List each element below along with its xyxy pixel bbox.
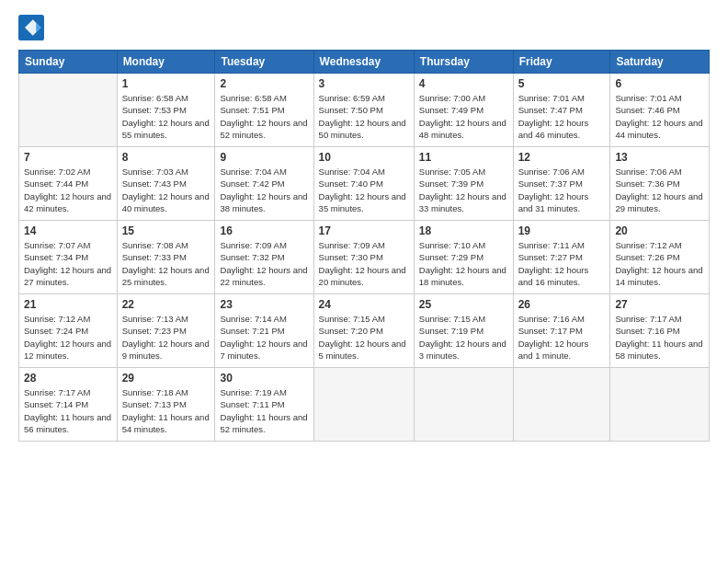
calendar-cell	[513, 368, 610, 442]
day-number: 27	[615, 298, 704, 311]
day-info: Sunrise: 6:59 AMSunset: 7:50 PMDaylight:…	[319, 92, 409, 141]
day-info: Sunrise: 6:58 AMSunset: 7:53 PMDaylight:…	[122, 92, 210, 141]
calendar-cell: 19Sunrise: 7:11 AMSunset: 7:27 PMDayligh…	[513, 221, 610, 294]
day-number: 23	[220, 298, 308, 311]
calendar-day-header: Sunday	[19, 51, 118, 74]
day-info: Sunrise: 7:16 AMSunset: 7:17 PMDaylight:…	[518, 313, 606, 362]
day-number: 28	[24, 372, 112, 385]
day-info: Sunrise: 7:04 AMSunset: 7:40 PMDaylight:…	[319, 166, 409, 214]
day-number: 26	[518, 298, 606, 311]
day-info: Sunrise: 7:09 AMSunset: 7:32 PMDaylight:…	[220, 239, 308, 288]
calendar-cell: 29Sunrise: 7:18 AMSunset: 7:13 PMDayligh…	[117, 368, 215, 442]
calendar-day-header: Wednesday	[313, 51, 414, 74]
day-number: 20	[615, 224, 704, 237]
calendar-cell: 1Sunrise: 6:58 AMSunset: 7:53 PMDaylight…	[117, 74, 215, 147]
calendar-week-row: 14Sunrise: 7:07 AMSunset: 7:34 PMDayligh…	[19, 221, 710, 294]
calendar-cell: 21Sunrise: 7:12 AMSunset: 7:24 PMDayligh…	[19, 294, 118, 368]
day-info: Sunrise: 7:14 AMSunset: 7:21 PMDaylight:…	[220, 313, 308, 362]
day-number: 11	[419, 151, 508, 164]
calendar-cell: 4Sunrise: 7:00 AMSunset: 7:49 PMDaylight…	[414, 74, 513, 147]
day-number: 10	[319, 151, 409, 164]
calendar-cell: 13Sunrise: 7:06 AMSunset: 7:36 PMDayligh…	[610, 147, 710, 221]
day-number: 30	[220, 372, 308, 385]
day-number: 21	[24, 298, 112, 311]
day-info: Sunrise: 7:02 AMSunset: 7:44 PMDaylight:…	[24, 166, 112, 214]
page: SundayMondayTuesdayWednesdayThursdayFrid…	[0, 0, 728, 563]
day-info: Sunrise: 7:00 AMSunset: 7:49 PMDaylight:…	[419, 92, 508, 141]
calendar-cell: 30Sunrise: 7:19 AMSunset: 7:11 PMDayligh…	[215, 368, 313, 442]
day-number: 4	[419, 77, 508, 90]
calendar-table: SundayMondayTuesdayWednesdayThursdayFrid…	[18, 50, 710, 442]
day-info: Sunrise: 7:01 AMSunset: 7:46 PMDaylight:…	[615, 92, 704, 141]
day-info: Sunrise: 7:04 AMSunset: 7:42 PMDaylight:…	[220, 166, 308, 214]
day-info: Sunrise: 7:15 AMSunset: 7:20 PMDaylight:…	[319, 313, 409, 362]
day-number: 9	[220, 151, 308, 164]
calendar-cell: 17Sunrise: 7:09 AMSunset: 7:30 PMDayligh…	[313, 221, 414, 294]
day-number: 12	[518, 151, 606, 164]
day-number: 2	[220, 77, 308, 90]
calendar-week-row: 21Sunrise: 7:12 AMSunset: 7:24 PMDayligh…	[19, 294, 710, 368]
day-info: Sunrise: 7:18 AMSunset: 7:13 PMDaylight:…	[122, 386, 210, 435]
calendar-day-header: Monday	[117, 51, 215, 74]
day-number: 5	[518, 77, 606, 90]
day-number: 29	[122, 372, 210, 385]
calendar-cell: 3Sunrise: 6:59 AMSunset: 7:50 PMDaylight…	[313, 74, 414, 147]
calendar-cell: 14Sunrise: 7:07 AMSunset: 7:34 PMDayligh…	[19, 221, 118, 294]
calendar-cell: 25Sunrise: 7:15 AMSunset: 7:19 PMDayligh…	[414, 294, 513, 368]
day-info: Sunrise: 7:01 AMSunset: 7:47 PMDaylight:…	[518, 92, 606, 141]
calendar-cell: 8Sunrise: 7:03 AMSunset: 7:43 PMDaylight…	[117, 147, 215, 221]
calendar-day-header: Tuesday	[215, 51, 313, 74]
day-number: 8	[122, 151, 210, 164]
day-info: Sunrise: 7:10 AMSunset: 7:29 PMDaylight:…	[419, 239, 508, 288]
day-number: 24	[319, 298, 409, 311]
day-number: 1	[122, 77, 210, 90]
calendar-cell	[610, 368, 710, 442]
calendar-cell: 22Sunrise: 7:13 AMSunset: 7:23 PMDayligh…	[117, 294, 215, 368]
day-number: 3	[319, 77, 409, 90]
calendar-cell	[414, 368, 513, 442]
calendar-cell: 23Sunrise: 7:14 AMSunset: 7:21 PMDayligh…	[215, 294, 313, 368]
logo-icon	[18, 15, 44, 40]
day-number: 6	[615, 77, 704, 90]
day-info: Sunrise: 7:15 AMSunset: 7:19 PMDaylight:…	[419, 313, 508, 362]
calendar-cell	[19, 74, 118, 147]
calendar-cell: 26Sunrise: 7:16 AMSunset: 7:17 PMDayligh…	[513, 294, 610, 368]
day-info: Sunrise: 7:17 AMSunset: 7:16 PMDaylight:…	[615, 313, 704, 362]
day-number: 13	[615, 151, 704, 164]
day-number: 25	[419, 298, 508, 311]
day-number: 16	[220, 224, 308, 237]
day-info: Sunrise: 7:05 AMSunset: 7:39 PMDaylight:…	[419, 166, 508, 214]
calendar-day-header: Saturday	[610, 51, 710, 74]
day-info: Sunrise: 7:12 AMSunset: 7:26 PMDaylight:…	[615, 239, 704, 288]
calendar-cell: 7Sunrise: 7:02 AMSunset: 7:44 PMDaylight…	[19, 147, 118, 221]
day-info: Sunrise: 7:19 AMSunset: 7:11 PMDaylight:…	[220, 386, 308, 435]
calendar-cell: 5Sunrise: 7:01 AMSunset: 7:47 PMDaylight…	[513, 74, 610, 147]
day-number: 14	[24, 224, 112, 237]
day-number: 7	[24, 151, 112, 164]
logo	[18, 15, 48, 40]
day-info: Sunrise: 7:12 AMSunset: 7:24 PMDaylight:…	[24, 313, 112, 362]
calendar-cell: 18Sunrise: 7:10 AMSunset: 7:29 PMDayligh…	[414, 221, 513, 294]
day-info: Sunrise: 7:06 AMSunset: 7:37 PMDaylight:…	[518, 166, 606, 214]
day-number: 19	[518, 224, 606, 237]
calendar-cell: 27Sunrise: 7:17 AMSunset: 7:16 PMDayligh…	[610, 294, 710, 368]
calendar-cell: 20Sunrise: 7:12 AMSunset: 7:26 PMDayligh…	[610, 221, 710, 294]
day-number: 22	[122, 298, 210, 311]
calendar-cell: 12Sunrise: 7:06 AMSunset: 7:37 PMDayligh…	[513, 147, 610, 221]
day-info: Sunrise: 7:11 AMSunset: 7:27 PMDaylight:…	[518, 239, 606, 288]
calendar-cell: 24Sunrise: 7:15 AMSunset: 7:20 PMDayligh…	[313, 294, 414, 368]
calendar-cell: 10Sunrise: 7:04 AMSunset: 7:40 PMDayligh…	[313, 147, 414, 221]
calendar-header-row: SundayMondayTuesdayWednesdayThursdayFrid…	[19, 51, 710, 74]
header	[18, 15, 710, 40]
day-info: Sunrise: 7:09 AMSunset: 7:30 PMDaylight:…	[319, 239, 409, 288]
day-info: Sunrise: 7:13 AMSunset: 7:23 PMDaylight:…	[122, 313, 210, 362]
day-number: 18	[419, 224, 508, 237]
calendar-cell	[313, 368, 414, 442]
calendar-cell: 2Sunrise: 6:58 AMSunset: 7:51 PMDaylight…	[215, 74, 313, 147]
calendar-day-header: Thursday	[414, 51, 513, 74]
calendar-week-row: 7Sunrise: 7:02 AMSunset: 7:44 PMDaylight…	[19, 147, 710, 221]
day-number: 15	[122, 224, 210, 237]
calendar-cell: 9Sunrise: 7:04 AMSunset: 7:42 PMDaylight…	[215, 147, 313, 221]
calendar-week-row: 28Sunrise: 7:17 AMSunset: 7:14 PMDayligh…	[19, 368, 710, 442]
calendar-week-row: 1Sunrise: 6:58 AMSunset: 7:53 PMDaylight…	[19, 74, 710, 147]
